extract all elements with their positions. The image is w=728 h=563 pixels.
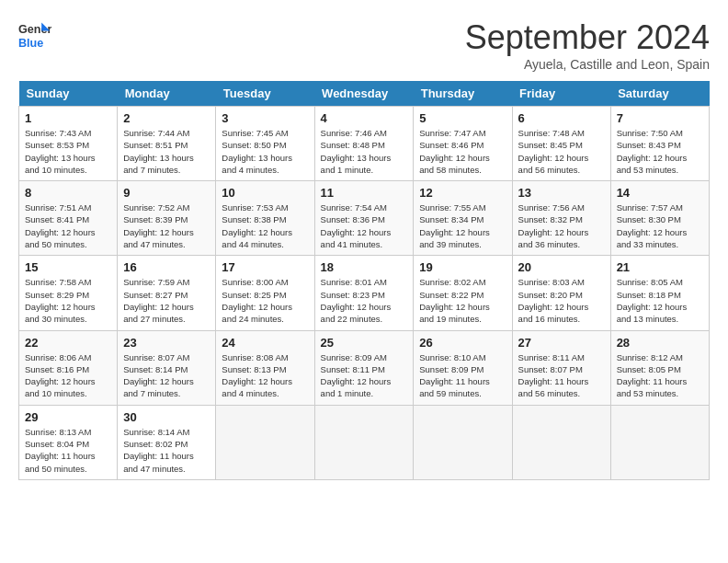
weekday-header-row: SundayMondayTuesdayWednesdayThursdayFrid… (19, 81, 710, 107)
calendar-cell: 23 Sunrise: 8:07 AM Sunset: 8:14 PM Dayl… (118, 330, 216, 405)
day-info: Sunrise: 8:03 AM Sunset: 8:20 PM Dayligh… (518, 276, 605, 325)
calendar-cell: 28 Sunrise: 8:12 AM Sunset: 8:05 PM Dayl… (610, 330, 709, 405)
day-info: Sunrise: 7:46 AM Sunset: 8:48 PM Dayligh… (321, 127, 408, 176)
day-number: 23 (123, 336, 210, 350)
day-number: 2 (123, 111, 210, 125)
weekday-header-wednesday: Wednesday (314, 81, 414, 107)
day-number: 11 (321, 186, 408, 200)
calendar-week-1: 1 Sunrise: 7:43 AM Sunset: 8:53 PM Dayli… (19, 107, 710, 181)
calendar-cell (610, 405, 709, 479)
calendar-table: SundayMondayTuesdayWednesdayThursdayFrid… (18, 81, 710, 480)
day-info: Sunrise: 7:55 AM Sunset: 8:34 PM Dayligh… (419, 201, 506, 250)
day-info: Sunrise: 7:52 AM Sunset: 8:39 PM Dayligh… (123, 201, 210, 250)
day-info: Sunrise: 7:56 AM Sunset: 8:32 PM Dayligh… (518, 201, 605, 250)
day-number: 19 (419, 260, 506, 274)
calendar-cell: 12 Sunrise: 7:55 AM Sunset: 8:34 PM Dayl… (414, 181, 512, 256)
calendar-cell: 26 Sunrise: 8:10 AM Sunset: 8:09 PM Dayl… (414, 330, 512, 405)
day-info: Sunrise: 8:08 AM Sunset: 8:13 PM Dayligh… (222, 351, 308, 400)
calendar-cell: 9 Sunrise: 7:52 AM Sunset: 8:39 PM Dayli… (118, 181, 216, 256)
day-number: 16 (123, 260, 210, 274)
calendar-cell: 18 Sunrise: 8:01 AM Sunset: 8:23 PM Dayl… (314, 256, 414, 330)
location: Ayuela, Castille and Leon, Spain (465, 57, 710, 72)
calendar-cell (216, 405, 314, 479)
day-info: Sunrise: 8:01 AM Sunset: 8:23 PM Dayligh… (321, 276, 408, 325)
day-number: 9 (123, 186, 210, 200)
day-number: 30 (123, 410, 210, 424)
calendar-cell (414, 405, 512, 479)
day-number: 1 (25, 111, 111, 125)
weekday-header-monday: Monday (118, 81, 216, 107)
day-number: 13 (518, 186, 605, 200)
day-number: 3 (222, 111, 308, 125)
calendar-cell: 14 Sunrise: 7:57 AM Sunset: 8:30 PM Dayl… (610, 181, 709, 256)
calendar-cell: 20 Sunrise: 8:03 AM Sunset: 8:20 PM Dayl… (512, 256, 610, 330)
day-number: 7 (617, 111, 703, 125)
calendar-cell: 10 Sunrise: 7:53 AM Sunset: 8:38 PM Dayl… (216, 181, 314, 256)
calendar-cell: 7 Sunrise: 7:50 AM Sunset: 8:43 PM Dayli… (610, 107, 709, 181)
calendar-cell: 16 Sunrise: 7:59 AM Sunset: 8:27 PM Dayl… (118, 256, 216, 330)
day-info: Sunrise: 7:43 AM Sunset: 8:53 PM Dayligh… (25, 127, 111, 176)
day-info: Sunrise: 7:54 AM Sunset: 8:36 PM Dayligh… (321, 201, 408, 250)
day-info: Sunrise: 7:50 AM Sunset: 8:43 PM Dayligh… (617, 127, 703, 176)
day-info: Sunrise: 8:07 AM Sunset: 8:14 PM Dayligh… (123, 351, 210, 400)
day-number: 8 (25, 186, 111, 200)
calendar-cell: 27 Sunrise: 8:11 AM Sunset: 8:07 PM Dayl… (512, 330, 610, 405)
calendar-week-5: 29 Sunrise: 8:13 AM Sunset: 8:04 PM Dayl… (19, 405, 710, 479)
day-info: Sunrise: 8:10 AM Sunset: 8:09 PM Dayligh… (419, 351, 506, 400)
day-number: 22 (25, 336, 111, 350)
calendar-cell: 30 Sunrise: 8:14 AM Sunset: 8:02 PM Dayl… (118, 405, 216, 479)
day-number: 12 (419, 186, 506, 200)
calendar-cell: 8 Sunrise: 7:51 AM Sunset: 8:41 PM Dayli… (19, 181, 118, 256)
calendar-cell: 15 Sunrise: 7:58 AM Sunset: 8:29 PM Dayl… (19, 256, 118, 330)
day-info: Sunrise: 8:02 AM Sunset: 8:22 PM Dayligh… (419, 276, 506, 325)
day-number: 18 (321, 260, 408, 274)
day-number: 6 (518, 111, 605, 125)
calendar-cell: 13 Sunrise: 7:56 AM Sunset: 8:32 PM Dayl… (512, 181, 610, 256)
day-info: Sunrise: 7:53 AM Sunset: 8:38 PM Dayligh… (222, 201, 308, 250)
weekday-header-sunday: Sunday (19, 81, 118, 107)
day-info: Sunrise: 8:09 AM Sunset: 8:11 PM Dayligh… (321, 351, 408, 400)
day-info: Sunrise: 7:44 AM Sunset: 8:51 PM Dayligh… (123, 127, 210, 176)
day-number: 4 (321, 111, 408, 125)
weekday-header-thursday: Thursday (414, 81, 512, 107)
calendar-cell: 5 Sunrise: 7:47 AM Sunset: 8:46 PM Dayli… (414, 107, 512, 181)
day-info: Sunrise: 8:06 AM Sunset: 8:16 PM Dayligh… (25, 351, 111, 400)
calendar-cell: 1 Sunrise: 7:43 AM Sunset: 8:53 PM Dayli… (19, 107, 118, 181)
day-number: 29 (25, 410, 111, 424)
page-header: General Blue September 2024 Ayuela, Cast… (18, 18, 710, 72)
calendar-week-4: 22 Sunrise: 8:06 AM Sunset: 8:16 PM Dayl… (19, 330, 710, 405)
day-number: 10 (222, 186, 308, 200)
weekday-header-friday: Friday (512, 81, 610, 107)
day-info: Sunrise: 7:58 AM Sunset: 8:29 PM Dayligh… (25, 276, 111, 325)
day-number: 28 (617, 336, 703, 350)
day-number: 24 (222, 336, 308, 350)
day-info: Sunrise: 7:45 AM Sunset: 8:50 PM Dayligh… (222, 127, 308, 176)
day-number: 14 (617, 186, 703, 200)
month-title: September 2024 (465, 18, 710, 57)
title-section: September 2024 Ayuela, Castille and Leon… (465, 18, 710, 72)
logo: General Blue (18, 18, 55, 52)
weekday-header-saturday: Saturday (610, 81, 709, 107)
calendar-cell: 4 Sunrise: 7:46 AM Sunset: 8:48 PM Dayli… (314, 107, 414, 181)
day-number: 17 (222, 260, 308, 274)
day-number: 26 (419, 336, 506, 350)
day-number: 5 (419, 111, 506, 125)
calendar-week-2: 8 Sunrise: 7:51 AM Sunset: 8:41 PM Dayli… (19, 181, 710, 256)
day-number: 15 (25, 260, 111, 274)
day-number: 20 (518, 260, 605, 274)
day-number: 25 (321, 336, 408, 350)
calendar-cell: 21 Sunrise: 8:05 AM Sunset: 8:18 PM Dayl… (610, 256, 709, 330)
calendar-cell: 24 Sunrise: 8:08 AM Sunset: 8:13 PM Dayl… (216, 330, 314, 405)
calendar-cell (512, 405, 610, 479)
day-info: Sunrise: 8:11 AM Sunset: 8:07 PM Dayligh… (518, 351, 605, 400)
calendar-cell: 11 Sunrise: 7:54 AM Sunset: 8:36 PM Dayl… (314, 181, 414, 256)
day-info: Sunrise: 7:59 AM Sunset: 8:27 PM Dayligh… (123, 276, 210, 325)
weekday-header-tuesday: Tuesday (216, 81, 314, 107)
svg-text:Blue: Blue (18, 37, 43, 50)
calendar-week-3: 15 Sunrise: 7:58 AM Sunset: 8:29 PM Dayl… (19, 256, 710, 330)
day-info: Sunrise: 8:00 AM Sunset: 8:25 PM Dayligh… (222, 276, 308, 325)
calendar-cell: 3 Sunrise: 7:45 AM Sunset: 8:50 PM Dayli… (216, 107, 314, 181)
day-info: Sunrise: 8:12 AM Sunset: 8:05 PM Dayligh… (617, 351, 703, 400)
day-info: Sunrise: 7:48 AM Sunset: 8:45 PM Dayligh… (518, 127, 605, 176)
calendar-cell: 19 Sunrise: 8:02 AM Sunset: 8:22 PM Dayl… (414, 256, 512, 330)
